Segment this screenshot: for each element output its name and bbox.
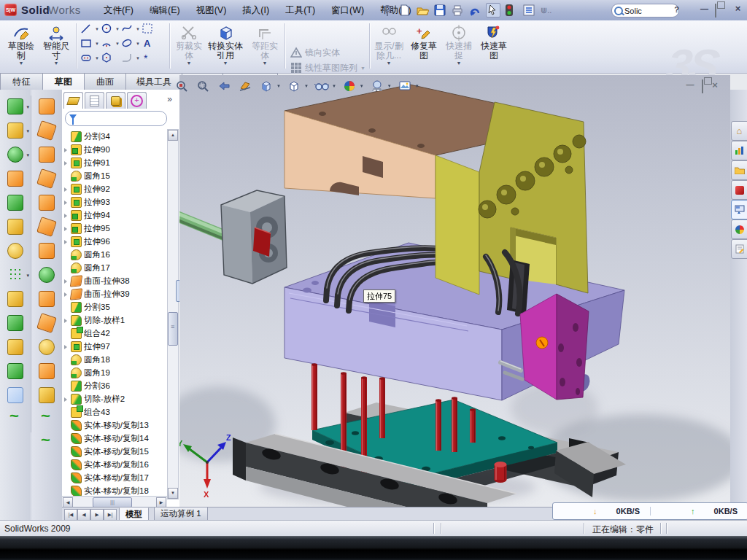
expand-arrow-icon[interactable] <box>63 211 71 219</box>
expand-arrow-icon[interactable] <box>63 198 71 206</box>
repair-sketch-button[interactable]: + 修复草图 <box>407 22 441 70</box>
quick-snaps-button[interactable]: 快速捕捉▼ <box>442 22 476 70</box>
menu-item[interactable]: 编辑(E) <box>150 0 180 20</box>
menu-item[interactable]: 窗口(W) <box>331 0 364 20</box>
display-delete-relations-button[interactable]: 显示/删除几...▼ <box>372 22 406 70</box>
tree-item[interactable]: 拉伸93 <box>63 195 167 209</box>
menu-item[interactable]: 视图(V) <box>196 0 227 20</box>
feature-tool-button[interactable]: ▾ <box>0 336 31 360</box>
sketch-fillet-tool[interactable]: ▼ <box>121 52 140 66</box>
feature-tool-button[interactable]: ▾ <box>0 240 31 264</box>
search-input[interactable]: Solic <box>611 4 679 18</box>
scroll-up-arrow[interactable]: ▲ <box>168 130 178 141</box>
custom-properties-button[interactable] <box>731 239 747 259</box>
polygon-tool[interactable] <box>101 52 120 66</box>
doc-restore-button[interactable] <box>702 80 703 93</box>
view-palette-button[interactable] <box>731 200 747 219</box>
menu-item[interactable]: 文件(F) <box>104 0 133 20</box>
convert-entities-button[interactable]: 转换实体引用▼ <box>206 22 245 70</box>
minimize-button[interactable]: — <box>699 4 710 15</box>
slot-tool[interactable]: ▼ <box>80 52 99 66</box>
bom-icon[interactable]: ⋓.. <box>540 4 553 17</box>
ellipse-tool[interactable]: ▼ <box>121 37 140 51</box>
mold-tool-button[interactable]: ▾ <box>31 336 62 360</box>
mold-tool-button[interactable]: ▾ <box>31 408 62 432</box>
mold-tool-button[interactable]: ▾ <box>31 192 62 216</box>
tree-item[interactable]: 拉伸90 <box>63 143 167 156</box>
restore-button[interactable] <box>715 4 716 18</box>
pin-icon[interactable] <box>381 4 394 17</box>
toolbox-button[interactable] <box>731 180 747 200</box>
model-stop-cylinder[interactable] <box>495 462 507 483</box>
help-menu[interactable]: ? <box>671 4 682 15</box>
feature-tool-button[interactable]: ▾ <box>0 144 31 168</box>
next-tab-button[interactable]: ▶ <box>90 509 104 521</box>
tree-item[interactable]: 分割36 <box>63 379 167 392</box>
tab-surfaces[interactable]: 曲面 <box>85 73 126 90</box>
new-document-icon[interactable] <box>398 4 411 17</box>
close-button[interactable]: × <box>732 4 743 15</box>
selection-box-tool[interactable] <box>142 23 160 36</box>
expand-arrow-icon[interactable] <box>63 184 71 193</box>
solidworks-resources-button[interactable]: ⌂ <box>731 121 747 141</box>
tab-sketch[interactable]: 草图 <box>43 73 85 90</box>
feature-tool-button[interactable]: ▾ <box>0 264 31 288</box>
property-manager-tab[interactable] <box>85 92 104 109</box>
tree-item[interactable]: 拉伸94 <box>63 209 167 222</box>
trim-entities-button[interactable]: 剪裁实体▼ <box>172 22 206 70</box>
feature-tool-button[interactable]: ▾ <box>0 384 31 408</box>
print-icon[interactable] <box>451 4 464 17</box>
line-tool[interactable]: ▼ <box>80 23 99 36</box>
sketch-text-tool[interactable]: A <box>142 37 160 51</box>
expand-arrow-icon[interactable] <box>63 237 71 246</box>
tree-item[interactable]: 拉伸95 <box>63 222 167 235</box>
view-orientation-icon[interactable] <box>258 79 274 93</box>
zoom-to-area-icon[interactable] <box>195 79 211 93</box>
mold-tool-button[interactable]: ▾ <box>31 216 62 240</box>
model-magenta-block[interactable] <box>520 294 589 400</box>
tree-item[interactable]: 拉伸97 <box>63 340 167 353</box>
display-style-icon[interactable] <box>286 79 302 93</box>
tree-item[interactable]: 实体-移动/复制15 <box>63 445 167 458</box>
last-tab-button[interactable]: ▶| <box>104 509 117 521</box>
feature-tool-button[interactable]: ▾ <box>0 96 31 120</box>
design-library-button[interactable] <box>731 141 747 160</box>
feature-tool-button[interactable]: ▾ <box>0 408 31 432</box>
expand-arrow-icon[interactable] <box>63 224 71 233</box>
tab-features[interactable]: 特征 <box>0 73 43 90</box>
expand-arrow-icon[interactable] <box>63 145 71 154</box>
smart-dimension-button[interactable]: 智能尺寸▼ <box>39 22 73 70</box>
section-view-icon[interactable] <box>237 79 253 93</box>
previous-view-icon[interactable] <box>216 79 232 93</box>
tree-item[interactable]: 圆角17 <box>63 261 167 274</box>
mold-tool-button[interactable]: ▾ <box>31 264 62 288</box>
mold-tool-button[interactable]: ▾ <box>31 384 62 408</box>
tree-filter-input[interactable] <box>65 111 167 126</box>
offset-entities-button[interactable]: 等距实体▼ <box>248 22 282 70</box>
tree-item[interactable]: 圆角15 <box>63 169 167 182</box>
mold-tool-button[interactable]: ▾ <box>31 96 62 120</box>
tree-item[interactable]: 圆角18 <box>63 353 167 366</box>
point-tool[interactable]: * <box>142 52 160 66</box>
mirror-entities-button[interactable]: 镜向实体 <box>290 45 340 60</box>
feature-manager-tab[interactable] <box>63 92 83 109</box>
apply-scene-icon[interactable] <box>369 79 385 93</box>
expand-arrow-icon[interactable] <box>63 316 71 324</box>
tree-item[interactable]: 分割34 <box>63 130 167 143</box>
save-icon[interactable] <box>433 4 446 17</box>
rectangle-tool[interactable]: ▼ <box>80 37 99 51</box>
arc-tool[interactable]: ▼ <box>101 37 120 51</box>
doc-minimize-button[interactable]: — <box>684 80 696 90</box>
prev-tab-button[interactable]: ◀ <box>77 509 90 521</box>
hscrollbar-thumb[interactable]: ||| <box>93 497 132 508</box>
feature-tool-button[interactable]: ▾ <box>0 216 31 240</box>
rapid-sketch-button[interactable]: 快速草图 <box>477 22 511 70</box>
hide-show-items-icon[interactable] <box>314 79 330 93</box>
sketch-draw-button[interactable]: 草图绘制▼ <box>4 22 38 70</box>
tree-vertical-scrollbar[interactable]: ▲ ▼ <box>167 129 179 499</box>
tree-item[interactable]: 实体-移动/复制14 <box>63 432 167 445</box>
mold-tool-button[interactable]: ▾ <box>31 312 62 336</box>
tree-item[interactable]: 实体-移动/复制13 <box>63 419 167 432</box>
mold-tool-button[interactable]: ▾ <box>31 432 62 456</box>
tree-item[interactable]: 组合43 <box>63 405 167 419</box>
